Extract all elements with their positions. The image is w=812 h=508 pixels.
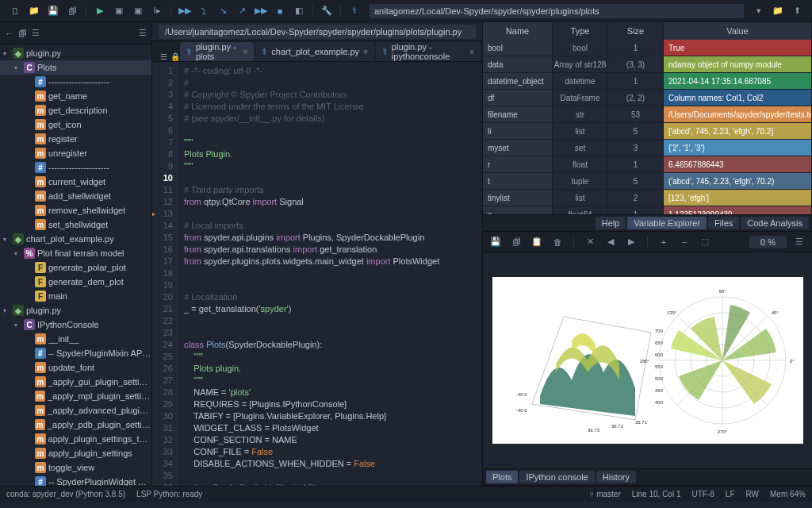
editor-tab[interactable]: ⚕plugin.py - ipythonconsole×	[376, 42, 481, 61]
code-editor[interactable]: # -*- coding: utf-8 -*-## Copyright © Sp…	[178, 62, 482, 486]
outline-item[interactable]: ▾◆plugin.py	[0, 303, 151, 318]
copy-icon[interactable]: 🗐	[18, 29, 27, 38]
outline-item[interactable]: mapply_plugin_settings	[0, 446, 151, 460]
editor-tab[interactable]: ⚕chart_plot_example.py×	[255, 42, 374, 61]
run-icon[interactable]: ▶	[91, 2, 109, 20]
outline-item[interactable]: ▾CPlots	[0, 60, 151, 75]
save-icon[interactable]: 💾	[44, 2, 62, 20]
collapse-icon[interactable]: ☰	[32, 28, 40, 38]
outline-item[interactable]: mremove_shellwidget	[0, 203, 151, 217]
plot-next-icon[interactable]: ▶	[623, 234, 639, 250]
status-enc[interactable]: UTF-8	[691, 490, 714, 498]
outline-item[interactable]: mget_description	[0, 103, 151, 117]
plot-fit-icon[interactable]: ⬚	[697, 234, 713, 250]
plot-delete-icon[interactable]: 🗑	[550, 234, 565, 250]
outline-item[interactable]: Fmain	[0, 289, 151, 303]
outline-item[interactable]: mget_name	[0, 89, 151, 103]
outline-item[interactable]: m_apply_gui_plugin_settings	[0, 375, 151, 389]
pane-tab[interactable]: IPython console	[519, 471, 594, 483]
pane-tab[interactable]: Files	[708, 217, 739, 229]
python-icon[interactable]: ⚕	[346, 2, 363, 20]
outline-item[interactable]: ▾%Plot final terrain model	[0, 246, 151, 260]
outline-item[interactable]: Fgenerate_dem_plot	[0, 275, 151, 289]
outline-item[interactable]: #---------------------	[0, 75, 151, 89]
cwd-input[interactable]	[370, 4, 744, 18]
preferences-icon[interactable]: 🔧	[318, 2, 335, 20]
editor-tab[interactable]: ⚕plugin.py - plots×	[180, 42, 254, 61]
menu-icon[interactable]: ☰	[139, 28, 147, 38]
outline-item[interactable]: m__init__	[0, 332, 151, 346]
col-size[interactable]: Size	[608, 22, 664, 40]
status-eol[interactable]: LF	[726, 490, 735, 498]
outline-item[interactable]: ▾◆chart_plot_example.py	[0, 232, 151, 246]
plot-close-icon[interactable]: ✕	[582, 234, 598, 250]
variable-row[interactable]: boolbool1True	[483, 40, 812, 56]
col-name[interactable]: Name	[483, 22, 553, 40]
debug-icon[interactable]: ▶▶	[176, 2, 193, 20]
variable-row[interactable]: ttuple5('abcd', 745, 2.23, 'efgh', 70.2)	[483, 173, 812, 190]
status-branch[interactable]: ⑂ master	[589, 490, 620, 498]
variable-row[interactable]: mysetset3{'2', '1', '3'}	[483, 140, 812, 156]
close-icon[interactable]: ×	[363, 48, 368, 56]
save-all-icon[interactable]: 🗐	[63, 2, 81, 20]
variable-row[interactable]: datetime_objectdatetime12021-04-14 17:35…	[483, 73, 812, 90]
back-icon[interactable]: ←	[5, 29, 13, 38]
outline-item[interactable]: mupdate_font	[0, 360, 151, 375]
variable-row[interactable]: xfloat6411.1235123099439	[483, 206, 812, 214]
variable-row[interactable]: filenamestr53/Users/Documents/spyder/spy…	[483, 106, 812, 123]
plot-saveall-icon[interactable]: 🗐	[508, 234, 524, 250]
outline-item[interactable]: #-- SpyderPluginMixin API --	[0, 346, 151, 360]
file-path-input[interactable]	[159, 25, 476, 39]
pane-tab[interactable]: Plots	[486, 471, 518, 483]
col-type[interactable]: Type	[553, 22, 608, 40]
variable-row[interactable]: dataArray of str128(3, 3)ndarray object …	[483, 56, 812, 73]
variable-row[interactable]: rfloat16.46567886443	[483, 156, 812, 173]
pane-tab[interactable]: History	[596, 471, 636, 483]
outline-item[interactable]: #---------------------	[0, 160, 151, 175]
close-icon[interactable]: ×	[469, 48, 474, 56]
variable-row[interactable]: tinylistlist2[123, 'efgh']	[483, 190, 812, 206]
plot-copy-icon[interactable]: 📋	[529, 234, 545, 250]
step-in-icon[interactable]: ↘	[214, 2, 232, 20]
outline-item[interactable]: mget_icon	[0, 117, 151, 132]
plot-prev-icon[interactable]: ◀	[603, 234, 619, 250]
run-cell-icon[interactable]: ▣	[110, 2, 128, 20]
step-out-icon[interactable]: ↗	[233, 2, 251, 20]
pane-tab[interactable]: Help	[596, 217, 626, 229]
plot-menu-icon[interactable]: ☰	[791, 234, 807, 250]
plot-zoomin-icon[interactable]: +	[656, 234, 672, 250]
open-folder-icon[interactable]: 📁	[25, 2, 43, 20]
outline-item[interactable]: mtoggle_view	[0, 460, 151, 475]
new-file-icon[interactable]: 🗋	[6, 2, 24, 20]
cwd-dropdown-icon[interactable]: ▾	[750, 2, 768, 20]
pane-tab[interactable]: Code Analysis	[741, 217, 809, 229]
plot-save-icon[interactable]: 💾	[488, 234, 504, 250]
col-value[interactable]: Value	[664, 22, 812, 40]
stop-debug-icon[interactable]: ■	[271, 2, 289, 20]
tabs-lock-icon2[interactable]: 🔒	[170, 52, 180, 61]
outline-item[interactable]: mapply_plugin_settings_to_c	[0, 432, 151, 446]
maximize-icon[interactable]: ◧	[290, 2, 308, 20]
parent-dir-icon[interactable]: ⬆	[788, 2, 806, 20]
plot-zoomout-icon[interactable]: −	[676, 234, 692, 250]
tabs-lock-icon[interactable]: ☰	[160, 52, 167, 61]
outline-item[interactable]: ▾CIPythonConsole	[0, 318, 151, 332]
plot-view[interactable]: -40.6 -40.5 36.71 36.72 36.73 700 650 60…	[483, 252, 812, 468]
browse-cwd-icon[interactable]: 📁	[769, 2, 787, 20]
outline-item[interactable]: madd_shellwidget	[0, 189, 151, 203]
run-cell-advance-icon[interactable]: ▣	[129, 2, 147, 20]
outline-item[interactable]: Fgenerate_polar_plot	[0, 260, 151, 275]
outline-item[interactable]: m_apply_mpl_plugin_settings	[0, 389, 151, 403]
continue-icon[interactable]: ▶▶	[252, 2, 270, 20]
outline-item[interactable]: #-- SpyderPluginWidget API	[0, 475, 151, 486]
run-selection-icon[interactable]: I▸	[148, 2, 166, 20]
variable-row[interactable]: lilist5['abcd', 745, 2.23, 'efgh', 70.2]	[483, 123, 812, 140]
outline-item[interactable]: ▾◆plugin.py	[0, 46, 151, 60]
status-conda[interactable]: conda: spyder_dev (Python 3.8.5)	[6, 490, 125, 498]
step-over-icon[interactable]: ⤵	[195, 2, 213, 20]
outline-item[interactable]: munregister	[0, 146, 151, 160]
outline-item[interactable]: m_apply_pdb_plugin_settings	[0, 418, 151, 432]
pane-tab[interactable]: Variable Explorer	[627, 217, 707, 229]
status-lsp[interactable]: LSP Python: ready	[136, 490, 202, 498]
outline-item[interactable]: mcurrent_widget	[0, 175, 151, 189]
